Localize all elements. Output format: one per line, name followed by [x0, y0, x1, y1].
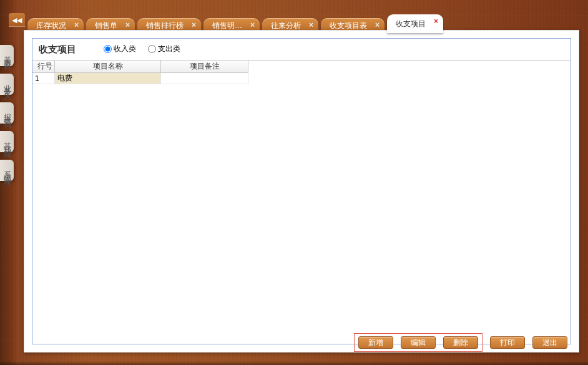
close-icon[interactable]: ×	[74, 21, 79, 29]
radio-expense[interactable]: 支出类	[148, 44, 180, 54]
close-icon[interactable]: ×	[125, 21, 130, 29]
main-panel: 收支项目 收入类 支出类 行号 项目名称 项目备注 1 电费	[24, 30, 579, 353]
close-icon[interactable]: ×	[250, 21, 255, 29]
highlighted-actions: 新增 编辑 删除	[354, 333, 483, 352]
tab-label: 往来分析	[271, 21, 301, 31]
radio-income-input[interactable]	[104, 45, 112, 53]
side-tab-system[interactable]: 系统管理	[0, 160, 14, 181]
radio-income[interactable]: 收入类	[104, 44, 136, 54]
exit-button[interactable]: 退出	[532, 336, 567, 349]
side-tab-entry[interactable]: 业务录入	[0, 74, 14, 95]
cell-name: 电费	[55, 73, 161, 84]
tab-label: 库存状况	[36, 21, 66, 31]
cell-rownum: 1	[32, 73, 55, 84]
tab-label: 收支项目	[396, 19, 426, 29]
close-icon[interactable]: ×	[192, 21, 196, 29]
side-tab-other[interactable]: 其它功能	[0, 131, 14, 152]
side-tab-basic[interactable]: 基本资料	[0, 45, 14, 66]
close-icon[interactable]: ×	[434, 17, 438, 25]
table-row[interactable]: 1 电费	[32, 73, 571, 84]
radio-expense-input[interactable]	[148, 45, 156, 53]
edit-button[interactable]: 编辑	[401, 336, 436, 349]
add-button[interactable]: 新增	[358, 336, 393, 349]
print-button[interactable]: 打印	[490, 336, 525, 349]
panel-header: 收支项目 收入类 支出类	[32, 39, 571, 60]
grid-empty-area	[32, 84, 571, 344]
delete-button[interactable]: 删除	[443, 336, 478, 349]
col-header-remark[interactable]: 项目备注	[161, 61, 248, 73]
panel-title: 收支项目	[39, 44, 76, 56]
bottom-shadow	[0, 361, 588, 365]
radio-expense-label: 支出类	[158, 44, 180, 54]
close-icon[interactable]: ×	[309, 21, 313, 29]
tab-label: 销售排行榜	[146, 21, 184, 31]
tab-label: 销售单	[95, 21, 117, 31]
tab-ieitem[interactable]: 收支项目 ×	[387, 14, 443, 33]
tab-label: 收支项目表	[330, 21, 367, 31]
radio-income-label: 收入类	[114, 44, 136, 54]
close-icon[interactable]: ×	[375, 21, 380, 29]
footer: 新增 编辑 删除 打印 退出	[24, 332, 579, 353]
col-header-rownum[interactable]: 行号	[32, 61, 55, 73]
tabs-scroll-left[interactable]: ◀◀	[9, 13, 25, 27]
grid: 行号 项目名称 项目备注 1 电费	[32, 60, 571, 84]
col-header-name[interactable]: 项目名称	[55, 61, 161, 73]
tab-label: 销售明…	[212, 21, 242, 31]
side-tab-report[interactable]: 报表查询	[0, 102, 14, 124]
type-radios: 收入类 支出类	[104, 44, 190, 55]
cell-remark	[161, 73, 248, 84]
